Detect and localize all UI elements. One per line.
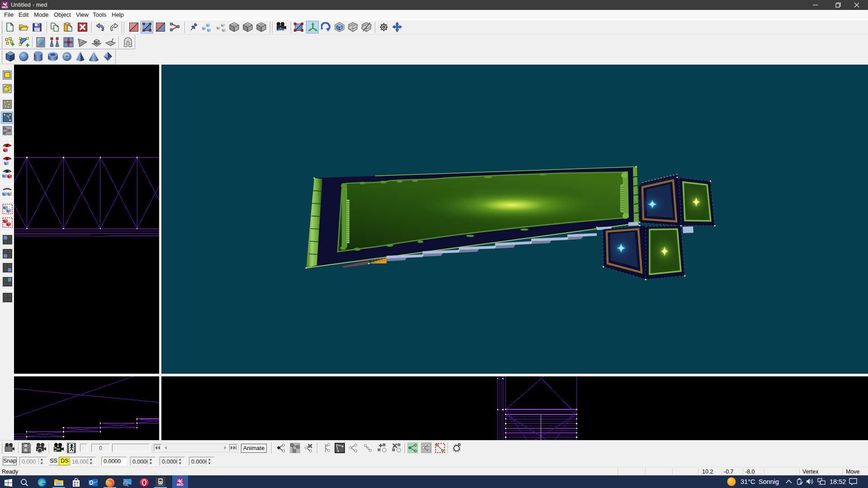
svg-text:MED: MED: [177, 483, 184, 486]
svg-text:MED: MED: [2, 6, 8, 9]
svg-text:1: 1: [25, 444, 27, 448]
svg-text:2: 2: [25, 448, 27, 452]
